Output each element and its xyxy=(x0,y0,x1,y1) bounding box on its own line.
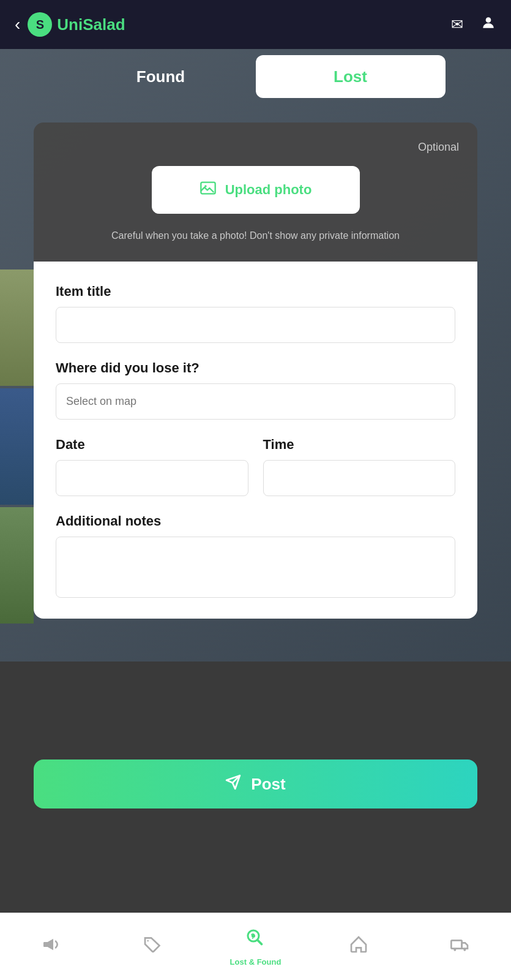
back-button[interactable]: ‹ xyxy=(15,15,20,34)
app-name: UniSalad xyxy=(57,15,125,34)
upload-photo-button[interactable]: Upload photo xyxy=(152,166,360,214)
item-title-label: Item title xyxy=(56,284,455,300)
nav-item-delivery[interactable] xyxy=(436,935,485,959)
nav-label-lost-found: Lost & Found xyxy=(230,957,282,967)
post-button-container: Post xyxy=(34,760,477,809)
truck-icon xyxy=(450,935,470,959)
post-icon xyxy=(225,774,241,794)
date-label: Date xyxy=(56,437,248,453)
topbar: ‹ S UniSalad ✉ xyxy=(0,0,511,49)
post-button[interactable]: Post xyxy=(34,760,477,809)
user-icon[interactable] xyxy=(480,15,496,34)
topbar-actions: ✉ xyxy=(451,15,496,34)
tab-lost[interactable]: Lost xyxy=(256,55,446,98)
upload-icon xyxy=(200,179,217,200)
time-label: Time xyxy=(263,437,456,453)
app-logo: S UniSalad xyxy=(28,12,125,37)
logo-icon: S xyxy=(28,12,52,37)
svg-rect-8 xyxy=(451,940,461,948)
nav-item-announcements[interactable] xyxy=(26,935,75,959)
svg-point-3 xyxy=(147,940,149,942)
nav-item-lost-found[interactable]: ? Lost & Found xyxy=(230,927,282,967)
home-icon xyxy=(349,935,368,959)
nav-item-home[interactable] xyxy=(334,935,383,959)
lost-found-icon: ? xyxy=(244,927,266,954)
tag-icon xyxy=(143,935,162,959)
tab-found[interactable]: Found xyxy=(66,55,256,98)
date-col: Date xyxy=(56,437,248,496)
svg-text:?: ? xyxy=(251,932,255,941)
location-input-wrapper xyxy=(56,383,455,437)
notes-input[interactable] xyxy=(56,537,455,598)
nav-item-tags[interactable] xyxy=(128,935,177,959)
bottom-nav: ? Lost & Found xyxy=(0,913,511,980)
optional-label: Optional xyxy=(52,141,459,154)
upload-section: Optional Upload photo Careful when you t… xyxy=(34,123,477,262)
megaphone-icon xyxy=(41,935,61,959)
svg-point-0 xyxy=(486,17,491,23)
notes-label: Additional notes xyxy=(56,513,455,529)
form-section: Item title Where did you lose it? Date T… xyxy=(34,262,477,619)
post-button-label: Post xyxy=(251,775,285,794)
upload-warning: Careful when you take a photo! Don't sho… xyxy=(52,228,459,243)
date-time-row: Date Time xyxy=(56,437,455,496)
location-input[interactable] xyxy=(56,383,455,420)
date-input[interactable] xyxy=(56,460,248,496)
tabs-container: Found Lost xyxy=(66,55,446,98)
time-input[interactable] xyxy=(263,460,456,496)
mail-icon[interactable]: ✉ xyxy=(451,16,463,33)
time-col: Time xyxy=(263,437,456,496)
svg-point-10 xyxy=(463,949,466,951)
side-images xyxy=(0,270,34,625)
svg-point-9 xyxy=(453,949,456,951)
svg-line-6 xyxy=(258,940,262,944)
form-modal: Optional Upload photo Careful when you t… xyxy=(34,123,477,619)
location-label: Where did you lose it? xyxy=(56,360,455,376)
upload-button-label: Upload photo xyxy=(225,182,312,198)
item-title-input[interactable] xyxy=(56,307,455,343)
